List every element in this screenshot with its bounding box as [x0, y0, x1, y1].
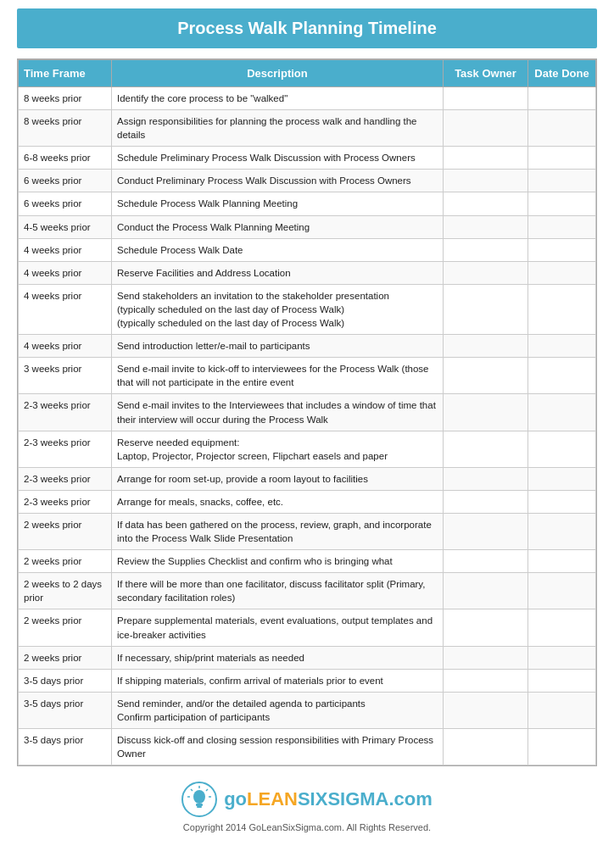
cell-taskowner — [444, 692, 528, 728]
timeline-table: Time Frame Description Task Owner Date D… — [18, 59, 596, 765]
cell-description: Send introduction letter/e-mail to parti… — [112, 335, 444, 358]
logo-sigma: SIGMA — [327, 788, 388, 810]
cell-description: Send e-mail invite to kick-off to interv… — [112, 358, 444, 394]
logo-text: goLEANSIXSIGMA.com — [224, 788, 433, 810]
cell-timeframe: 2-3 weeks prior — [19, 431, 112, 467]
cell-taskowner — [444, 573, 528, 609]
cell-datedone — [528, 238, 596, 261]
cell-description: Schedule Process Walk Date — [112, 238, 444, 261]
table-row: 2-3 weeks priorArrange for room set-up, … — [19, 467, 596, 490]
col-header-datedone: Date Done — [528, 60, 596, 87]
col-header-timeframe: Time Frame — [19, 60, 112, 87]
cell-datedone — [528, 729, 596, 765]
cell-datedone — [528, 147, 596, 170]
table-row: 6-8 weeks priorSchedule Preliminary Proc… — [19, 147, 596, 170]
cell-timeframe: 4 weeks prior — [19, 284, 112, 334]
table-row: 2 weeks priorIf data has been gathered o… — [19, 513, 596, 549]
cell-taskowner — [444, 394, 528, 431]
cell-timeframe: 4 weeks prior — [19, 261, 112, 284]
cell-timeframe: 6 weeks prior — [19, 170, 112, 192]
cell-timeframe: 3 weeks prior — [19, 358, 112, 394]
cell-description: If shipping materials, confirm arrival o… — [112, 669, 444, 692]
svg-line-5 — [191, 789, 193, 791]
cell-taskowner — [444, 646, 528, 669]
table-row: 3-5 days priorSend reminder, and/or the … — [19, 692, 596, 728]
cell-datedone — [528, 573, 596, 609]
cell-taskowner — [444, 170, 528, 192]
cell-datedone — [528, 284, 596, 334]
cell-datedone — [528, 358, 596, 394]
cell-taskowner — [444, 358, 528, 394]
cell-datedone — [528, 110, 596, 147]
table-row: 6 weeks priorConduct Preliminary Process… — [19, 170, 596, 192]
svg-point-1 — [193, 790, 205, 804]
table-row: 2 weeks priorReview the Supplies Checkli… — [19, 550, 596, 573]
cell-taskowner — [444, 513, 528, 549]
cell-description: Arrange for meals, snacks, coffee, etc. — [112, 490, 444, 513]
cell-timeframe: 4 weeks prior — [19, 238, 112, 261]
logo-dotcom: .com — [389, 788, 433, 810]
cell-datedone — [528, 394, 596, 431]
page-title: Process Walk Planning Timeline — [17, 8, 597, 48]
table-row: 2-3 weeks priorSend e-mail invites to th… — [19, 394, 596, 431]
cell-timeframe: 6-8 weeks prior — [19, 147, 112, 170]
cell-taskowner — [444, 87, 528, 110]
cell-taskowner — [444, 729, 528, 765]
cell-timeframe: 8 weeks prior — [19, 110, 112, 147]
table-row: 3-5 days priorIf shipping materials, con… — [19, 669, 596, 692]
cell-taskowner — [444, 550, 528, 573]
cell-taskowner — [444, 609, 528, 646]
cell-datedone — [528, 513, 596, 549]
table-row: 2 weeks priorIf necessary, ship/print ma… — [19, 646, 596, 669]
cell-datedone — [528, 261, 596, 284]
cell-description: Conduct the Process Walk Planning Meetin… — [112, 215, 444, 238]
cell-description: Schedule Preliminary Process Walk Discus… — [112, 147, 444, 170]
cell-datedone — [528, 490, 596, 513]
svg-rect-3 — [197, 806, 202, 808]
table-row: 8 weeks priorIdentify the core process t… — [19, 87, 596, 110]
cell-timeframe: 4-5 weeks prior — [19, 215, 112, 238]
logo-lean: LEAN — [247, 788, 298, 810]
table-row: 4-5 weeks priorConduct the Process Walk … — [19, 215, 596, 238]
cell-datedone — [528, 335, 596, 358]
cell-description: Schedule Process Walk Planning Meeting — [112, 192, 444, 215]
cell-datedone — [528, 431, 596, 467]
cell-datedone — [528, 170, 596, 192]
cell-datedone — [528, 609, 596, 646]
cell-description: Prepare supplemental materials, event ev… — [112, 609, 444, 646]
cell-taskowner — [444, 490, 528, 513]
svg-rect-2 — [196, 804, 203, 806]
cell-description: Reserve needed equipment:Laptop, Project… — [112, 431, 444, 467]
cell-description: Conduct Preliminary Process Walk Discuss… — [112, 170, 444, 192]
cell-taskowner — [444, 261, 528, 284]
table-row: 2 weeks to 2 days priorIf there will be … — [19, 573, 596, 609]
cell-description: Discuss kick-off and closing session res… — [112, 729, 444, 765]
cell-timeframe: 2-3 weeks prior — [19, 394, 112, 431]
cell-datedone — [528, 550, 596, 573]
cell-taskowner — [444, 238, 528, 261]
cell-taskowner — [444, 147, 528, 170]
cell-description: If there will be more than one facilitat… — [112, 573, 444, 609]
table-row: 2-3 weeks priorArrange for meals, snacks… — [19, 490, 596, 513]
cell-timeframe: 3-5 days prior — [19, 692, 112, 728]
logo-six: SIX — [298, 788, 327, 810]
cell-taskowner — [444, 192, 528, 215]
table-row: 4 weeks priorSend introduction letter/e-… — [19, 335, 596, 358]
table-row: 2 weeks priorPrepare supplemental materi… — [19, 609, 596, 646]
cell-description: Send e-mail invites to the Interviewees … — [112, 394, 444, 431]
cell-timeframe: 2 weeks prior — [19, 550, 112, 573]
cell-description: If data has been gathered on the process… — [112, 513, 444, 549]
cell-taskowner — [444, 110, 528, 147]
svg-line-6 — [206, 789, 208, 791]
cell-description: Identify the core process to be "walked" — [112, 87, 444, 110]
table-row: 8 weeks priorAssign responsibilities for… — [19, 110, 596, 147]
col-header-taskowner: Task Owner — [444, 60, 528, 87]
cell-description: Assign responsibilities for planning the… — [112, 110, 444, 147]
cell-timeframe: 3-5 days prior — [19, 729, 112, 765]
cell-datedone — [528, 467, 596, 490]
cell-description: Send reminder, and/or the detailed agend… — [112, 692, 444, 728]
cell-timeframe: 2 weeks prior — [19, 513, 112, 549]
table-row: 3 weeks priorSend e-mail invite to kick-… — [19, 358, 596, 394]
cell-taskowner — [444, 284, 528, 334]
cell-timeframe: 2-3 weeks prior — [19, 467, 112, 490]
